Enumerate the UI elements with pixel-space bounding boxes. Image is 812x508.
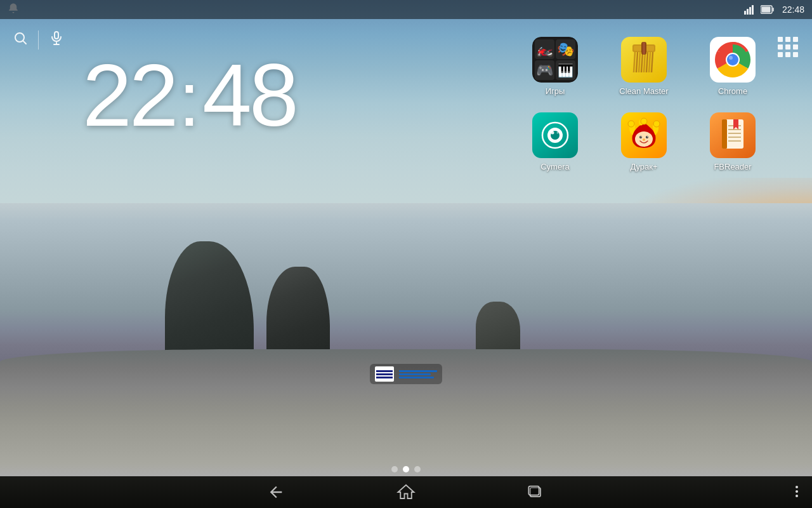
- svg-rect-9: [55, 32, 58, 39]
- svg-point-34: [653, 121, 660, 127]
- all-apps-button[interactable]: [774, 33, 802, 61]
- app-item-igry[interactable]: 🏍️ 🎭 🎮 🎹 Игры: [514, 32, 596, 101]
- svg-point-39: [641, 137, 642, 138]
- svg-point-7: [15, 33, 24, 42]
- svg-point-41: [643, 138, 645, 141]
- app-icon-clean-master: [621, 37, 667, 83]
- search-divider: [38, 30, 39, 50]
- app-label-cymera: Cymera: [540, 162, 570, 171]
- svg-line-14: [634, 52, 635, 72]
- home-button[interactable]: [391, 478, 421, 507]
- svg-point-27: [729, 56, 733, 60]
- status-time: 22:48: [782, 4, 804, 15]
- app-item-durak[interactable]: Дурак+: [603, 107, 685, 177]
- battery-icon: [761, 5, 775, 14]
- app-item-fbreader[interactable]: FBReader: [691, 107, 774, 177]
- status-bar: 22:48: [0, 0, 812, 19]
- apps-grid-icon: [785, 52, 790, 57]
- apps-grid-icon: [778, 52, 783, 57]
- page-dot-0[interactable]: [391, 466, 398, 472]
- svg-point-26: [727, 54, 738, 65]
- signal-icon: [744, 4, 757, 15]
- status-icons: 22:48: [744, 4, 804, 15]
- app-label-igry: Игры: [546, 86, 565, 96]
- nav-menu-button[interactable]: [793, 483, 801, 500]
- apps-grid-icon: [793, 52, 798, 57]
- svg-line-20: [649, 52, 650, 72]
- app-item-cymera[interactable]: Cymera: [514, 107, 596, 177]
- app-grid: 🏍️ 🎭 🎮 🎹 Игры: [514, 32, 774, 177]
- app-label-fbreader: FBReader: [714, 162, 751, 171]
- svg-line-8: [23, 41, 26, 44]
- apps-grid-icon: [793, 37, 798, 42]
- svg-rect-3: [752, 5, 754, 15]
- app-icon-durak: [621, 112, 667, 158]
- svg-rect-0: [744, 11, 746, 15]
- page-indicator: [391, 466, 421, 472]
- mic-icon[interactable]: [49, 30, 64, 50]
- app-item-clean-master[interactable]: Clean Master: [603, 32, 685, 101]
- app-icon-fbreader: [710, 112, 756, 158]
- svg-line-21: [652, 52, 653, 72]
- svg-rect-51: [528, 486, 539, 495]
- clock-minutes: 48: [202, 51, 296, 140]
- search-area: [13, 30, 64, 50]
- svg-rect-23: [643, 42, 645, 55]
- apps-grid-icon: [793, 44, 798, 50]
- clock-colon: :: [179, 61, 200, 137]
- page-dot-1[interactable]: [403, 466, 409, 472]
- svg-rect-1: [747, 9, 749, 15]
- svg-rect-5: [772, 8, 774, 11]
- page-dot-2[interactable]: [414, 466, 421, 472]
- apps-grid-icon: [778, 44, 783, 50]
- svg-rect-6: [761, 7, 770, 13]
- clock-hours: 22: [82, 51, 176, 140]
- svg-point-33: [628, 121, 634, 127]
- svg-line-16: [639, 52, 640, 72]
- svg-point-31: [551, 131, 554, 135]
- svg-point-40: [647, 137, 648, 138]
- app-icon-cymera: [532, 112, 578, 158]
- app-label-chrome: Chrome: [718, 86, 747, 96]
- svg-line-17: [641, 52, 643, 72]
- apps-grid-icon: [785, 44, 790, 50]
- nav-bar: [0, 476, 812, 508]
- clock-widget: 22 : 48: [82, 51, 296, 140]
- apps-grid-icon: [778, 37, 783, 42]
- svg-rect-44: [722, 119, 727, 149]
- widget-area: [370, 364, 442, 384]
- back-button[interactable]: [262, 478, 290, 506]
- app-item-chrome[interactable]: Chrome: [691, 32, 774, 101]
- recents-button[interactable]: [522, 478, 550, 506]
- app-icon-chrome: [710, 37, 756, 83]
- svg-rect-2: [749, 7, 751, 15]
- svg-point-32: [557, 132, 559, 134]
- app-label-clean-master: Clean Master: [619, 86, 668, 96]
- app-label-durak: Дурак+: [630, 162, 657, 171]
- search-icon[interactable]: [13, 30, 28, 50]
- svg-point-35: [641, 118, 647, 124]
- svg-line-19: [646, 52, 648, 72]
- svg-line-18: [644, 52, 645, 72]
- svg-line-15: [636, 52, 638, 72]
- apps-grid-icon: [785, 37, 790, 42]
- app-icon-igry: 🏍️ 🎭 🎮 🎹: [532, 37, 578, 83]
